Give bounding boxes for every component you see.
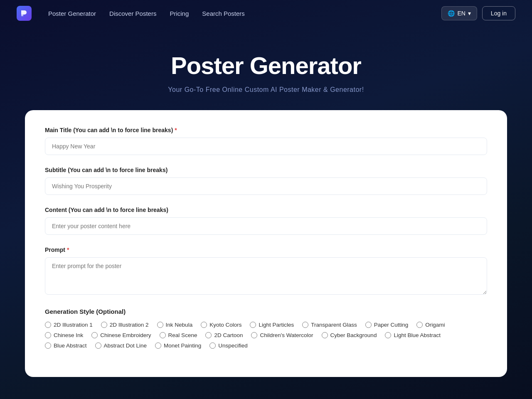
language-selector[interactable]: 🌐 EN ▾ — [441, 6, 477, 20]
style-radio-paper-cutting[interactable] — [365, 322, 372, 328]
main-title-input[interactable] — [45, 138, 487, 155]
style-option-monet-painting[interactable]: Monet Painting — [155, 342, 201, 349]
style-label: Unspecified — [218, 342, 248, 349]
style-label: Light Blue Abstract — [394, 332, 441, 338]
style-radio-kyoto-colors[interactable] — [201, 322, 207, 328]
style-option-ink-nebula[interactable]: Ink Nebula — [157, 322, 193, 328]
form-card: Main Title (You can add \n to force line… — [25, 110, 507, 377]
prompt-group: Prompt* — [45, 246, 487, 296]
hero-section: Poster Generator Your Go-To Free Online … — [0, 27, 532, 110]
style-radio-monet-painting[interactable] — [155, 342, 161, 349]
main-title-label: Main Title (You can add \n to force line… — [45, 127, 487, 133]
style-option-chinese-embroidery[interactable]: Chinese Embroidery — [91, 332, 151, 338]
nav-links: Poster Generator Discover Posters Pricin… — [48, 10, 441, 17]
style-label: Monet Painting — [164, 342, 201, 349]
style-option-light-particles[interactable]: Light Particles — [250, 322, 294, 328]
style-label: Chinese Embroidery — [100, 332, 151, 338]
style-radio-origami[interactable] — [416, 322, 423, 328]
style-radio-2d-illustration-1[interactable] — [45, 322, 51, 328]
subtitle-group: Subtitle (You can add \n to force line b… — [45, 167, 487, 195]
style-option-real-scene[interactable]: Real Scene — [160, 332, 197, 338]
style-label: Chinese Ink — [54, 332, 83, 338]
style-options-container: 2D Illustration 12D Illustration 2Ink Ne… — [45, 322, 487, 349]
content-input[interactable] — [45, 217, 487, 235]
login-button[interactable]: Log in — [482, 6, 515, 20]
style-label: Real Scene — [168, 332, 197, 338]
style-option-2d-cartoon[interactable]: 2D Cartoon — [205, 332, 243, 338]
generation-style-label: Generation Style (Optional) — [45, 308, 487, 315]
style-label: Light Particles — [259, 322, 294, 328]
subtitle-input[interactable] — [45, 177, 487, 195]
style-label: Transparent Glass — [311, 322, 357, 328]
style-radio-cyber-background[interactable] — [322, 332, 328, 338]
style-radio-chinese-embroidery[interactable] — [91, 332, 98, 338]
style-option-origami[interactable]: Origami — [416, 322, 445, 328]
prompt-textarea[interactable] — [45, 257, 487, 295]
style-label: Paper Cutting — [374, 322, 409, 328]
nav-search-posters[interactable]: Search Posters — [202, 10, 245, 17]
style-option-kyoto-colors[interactable]: Kyoto Colors — [201, 322, 241, 328]
content-label: Content (You can add \n to force line br… — [45, 207, 487, 213]
generation-style-group: Generation Style (Optional) 2D Illustrat… — [45, 308, 487, 349]
style-radio-light-blue-abstract[interactable] — [385, 332, 391, 338]
style-label: Blue Abstract — [54, 342, 87, 349]
style-label: 2D Illustration 2 — [110, 322, 149, 328]
hero-title: Poster Generator — [8, 52, 524, 79]
style-option-2d-illustration-2[interactable]: 2D Illustration 2 — [101, 322, 149, 328]
style-option-abstract-dot-line[interactable]: Abstract Dot Line — [95, 342, 147, 349]
style-option-children's-watercolor[interactable]: Children's Watercolor — [251, 332, 313, 338]
style-radio-ink-nebula[interactable] — [157, 322, 163, 328]
style-label: 2D Illustration 1 — [54, 322, 93, 328]
style-label: Abstract Dot Line — [104, 342, 147, 349]
main-title-group: Main Title (You can add \n to force line… — [45, 127, 487, 155]
style-radio-blue-abstract[interactable] — [45, 342, 51, 349]
logo-icon — [17, 6, 32, 21]
style-option-unspecified[interactable]: Unspecified — [209, 342, 248, 349]
prompt-label: Prompt* — [45, 246, 487, 253]
style-radio-2d-illustration-2[interactable] — [101, 322, 107, 328]
main-title-required: * — [175, 127, 177, 133]
lang-label: EN — [457, 10, 465, 17]
style-option-2d-illustration-1[interactable]: 2D Illustration 1 — [45, 322, 93, 328]
style-option-light-blue-abstract[interactable]: Light Blue Abstract — [385, 332, 441, 338]
style-radio-abstract-dot-line[interactable] — [95, 342, 101, 349]
style-option-paper-cutting[interactable]: Paper Cutting — [365, 322, 409, 328]
logo[interactable] — [17, 6, 32, 21]
style-radio-real-scene[interactable] — [160, 332, 166, 338]
nav-poster-generator[interactable]: Poster Generator — [48, 10, 96, 17]
style-option-blue-abstract[interactable]: Blue Abstract — [45, 342, 87, 349]
style-radio-light-particles[interactable] — [250, 322, 256, 328]
style-label: Origami — [425, 322, 445, 328]
style-label: Children's Watercolor — [260, 332, 313, 338]
subtitle-label: Subtitle (You can add \n to force line b… — [45, 167, 487, 173]
style-radio-2d-cartoon[interactable] — [205, 332, 212, 338]
style-option-cyber-background[interactable]: Cyber Background — [322, 332, 377, 338]
prompt-required: * — [67, 246, 69, 253]
style-label: Kyoto Colors — [209, 322, 241, 328]
globe-icon: 🌐 — [448, 10, 455, 17]
style-label: 2D Cartoon — [214, 332, 243, 338]
style-radio-chinese-ink[interactable] — [45, 332, 51, 338]
style-label: Cyber Background — [330, 332, 377, 338]
style-radio-children's-watercolor[interactable] — [251, 332, 257, 338]
chevron-down-icon: ▾ — [468, 10, 471, 17]
style-option-transparent-glass[interactable]: Transparent Glass — [302, 322, 357, 328]
style-radio-unspecified[interactable] — [209, 342, 216, 349]
nav-discover-posters[interactable]: Discover Posters — [109, 10, 156, 17]
style-label: Ink Nebula — [166, 322, 193, 328]
style-option-chinese-ink[interactable]: Chinese Ink — [45, 332, 83, 338]
hero-subtitle: Your Go-To Free Online Custom AI Poster … — [8, 86, 524, 94]
navbar: Poster Generator Discover Posters Pricin… — [0, 0, 532, 27]
content-group: Content (You can add \n to force line br… — [45, 207, 487, 235]
nav-right: 🌐 EN ▾ Log in — [441, 6, 515, 20]
style-radio-transparent-glass[interactable] — [302, 322, 308, 328]
nav-pricing[interactable]: Pricing — [170, 10, 189, 17]
